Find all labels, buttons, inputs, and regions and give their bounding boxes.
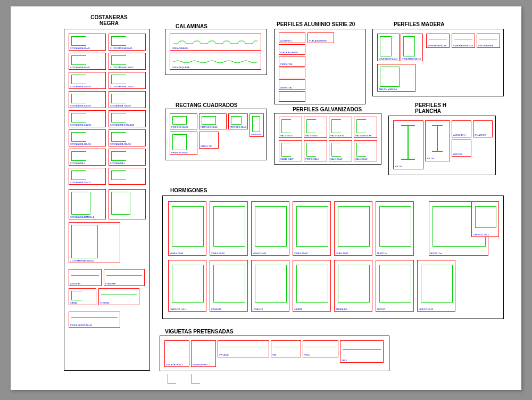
group-madera: VIGA MADERA 2x4VIGA MADERA 2x6VIGA MADER… [372, 29, 504, 96]
title-aluminio: PERFILES ALUMINIO SERIE 20 [277, 21, 355, 27]
c-profile-icon [331, 143, 341, 157]
c-profile-icon [306, 119, 316, 133]
block-label: PLACA ALUMINIO [280, 51, 304, 54]
c-profile-icon [356, 119, 366, 133]
rect-profile-icon [71, 192, 90, 215]
block-ang: ANGULAR H [452, 120, 471, 137]
label: ONDA PEQUEÑA [172, 66, 189, 69]
block-label: TABLON MADERA [379, 88, 414, 91]
block-label: NERVIO [377, 308, 412, 311]
line-icon [71, 317, 118, 318]
detail-block: COSTANERA AMARILLA [69, 189, 106, 219]
block-label: MURO 1.5m [430, 252, 487, 255]
detail-block: PILAR 30x30 [334, 201, 372, 256]
block-label: COSTANERA C [70, 162, 104, 165]
detail-block [109, 189, 146, 219]
detail-block [279, 91, 305, 102]
block-label: PERFIL GALV [305, 158, 326, 160]
slab-icon [213, 206, 245, 247]
loose-profile-icon [168, 374, 176, 384]
title-costaneras: COSTANERAS NEGRA [80, 14, 138, 26]
block-label: VIGA MADERA 2x6 [402, 58, 421, 60]
c-profile-icon [306, 143, 316, 157]
c-profile-icon [111, 94, 126, 103]
line-icon [71, 275, 99, 276]
group-aluminio: ALUMINIO LPLACA ALUMINIOPERFIL TEEANGULO… [274, 29, 365, 104]
c-profile-icon [71, 36, 86, 46]
c-profile-icon [71, 170, 86, 180]
slab-icon [172, 265, 204, 303]
group-galvanizados: GALV 40x20GALV 50x30GALV CAJONGALV ANGUL… [274, 113, 381, 165]
detail-block: PLACA ALUMINIO [279, 44, 305, 55]
group-perfilesh: IPE 200 IPE 160 ANGULAR H IPN ACERO HEB … [388, 116, 496, 175]
block-label: COSTANERA 60x40 [70, 47, 104, 50]
title-hormigones: HORMIGONES [170, 187, 207, 193]
block-label: 2 COSTANERAS 100x50 [70, 259, 119, 262]
detail-block: GALV 60x40 [329, 140, 352, 161]
ibeam-icon [432, 125, 443, 152]
detail-block: VPL2 [303, 340, 338, 357]
detail-block: VIGA H 25x50 [251, 201, 289, 256]
detail-block: MURO 1m [376, 201, 414, 256]
c-profile-icon [71, 55, 86, 65]
line-icon [343, 349, 381, 350]
block-label: PERFILES 40x20 [171, 126, 196, 128]
detail-block: 2 COSTANERAS 100x50 [69, 222, 120, 263]
c-profile-icon [281, 143, 291, 157]
detail-block: CANAL GALV [279, 140, 302, 161]
detail-block: COSTANERA DOBLADA [109, 110, 146, 127]
group-viguetas: VIGUETA PRET 1VIGUETA PRET 2VP LONGVPLVP… [160, 336, 389, 371]
line-icon [220, 347, 267, 347]
detail-block [279, 68, 305, 78]
block-label: COSTANERA AMARILLA [70, 216, 104, 218]
block-label: GALV 60x40 [330, 158, 351, 160]
detail-block: ANGULAR [69, 269, 102, 286]
detail-block: LOSA H15 [210, 260, 248, 312]
detail-block: PERFIL GALV [304, 140, 327, 161]
block-label: C. COSTANERA 80x40 [110, 47, 144, 50]
detail-block: GALV 50x30 [304, 117, 327, 138]
detail-block: COSTANERA 100x50 [69, 72, 106, 89]
loose-profile-icon [192, 374, 200, 384]
c-profile-icon [111, 75, 126, 84]
rect-profile-icon [252, 116, 260, 132]
detail-block: ALUMINIO L [279, 32, 305, 43]
block-label: PERFILES 80x40 [171, 151, 196, 154]
detail-block: CANAL [69, 288, 96, 305]
block-label: COSTANERA 100x50 [70, 85, 104, 88]
detail-block: PERFIL 100 [199, 132, 219, 149]
block-label: PERFILES 60x40 [230, 126, 246, 128]
ibeam-icon [401, 125, 415, 160]
label: IPN ACERO [475, 134, 486, 136]
slab-icon [296, 265, 328, 303]
label: ONDA GRANDE [172, 47, 188, 50]
slab-icon [379, 206, 411, 247]
block-heb: HEB 200 [452, 140, 471, 157]
rect-profile-icon [111, 192, 130, 215]
slab-icon [475, 206, 496, 228]
block-label: COSTANERA Z [110, 162, 144, 165]
detail-block: VP LONG [218, 340, 269, 357]
wave-icon [173, 56, 257, 61]
block-label: VIGA MADERA 2x4 [379, 58, 398, 60]
label: IPE 160 [427, 157, 434, 160]
block-label: PERFILES 50x30 [201, 126, 225, 128]
block-label: PLANCHA [105, 282, 143, 285]
block-label: VIGA H 20x50 [211, 252, 246, 255]
detail-block: C. COSTANERA 125x50 [109, 72, 146, 89]
group-calaminas: ONDA GRANDE ONDA PEQUEÑA [165, 29, 267, 75]
block-label: ALUMINIO L [280, 39, 304, 42]
c-profile-icon [71, 113, 86, 123]
slab-icon [379, 265, 411, 303]
detail-block: VIGA H 20x50 [210, 201, 248, 256]
group-rectang: PERFILES 40x20PERFILES 50x30PERFILES 60x… [165, 109, 267, 160]
block-label: COSTANERA 250x75 [70, 181, 104, 184]
block-label: PINO RADIATA [478, 44, 498, 47]
block-label: COSTANERA 180x50 [70, 143, 104, 145]
detail-block: COSTANERA C [69, 149, 106, 166]
block-label: LOSA H20 [253, 308, 288, 311]
detail-block: VIGA MADERA 2x8 [426, 34, 450, 48]
detail-block: VPL3 [340, 340, 384, 363]
title-perfilesh: PERFILES H PLANCHA [415, 102, 446, 114]
detail-block: C. COSTANERA 80x40 [109, 34, 146, 51]
